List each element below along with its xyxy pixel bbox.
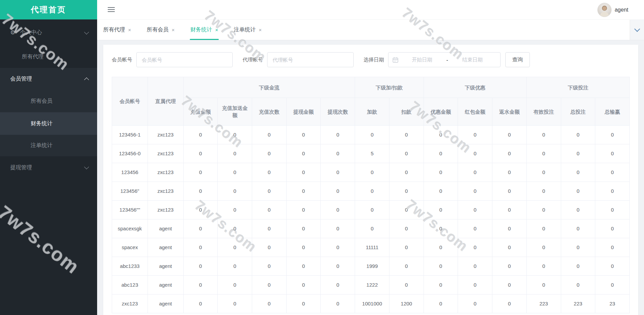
avatar-image	[598, 3, 611, 17]
table-cell: 0	[321, 276, 355, 295]
table-cell: 0	[458, 276, 492, 295]
table-cell: 0	[458, 295, 492, 313]
column-header: 有效投注	[526, 98, 561, 126]
table-cell: 0	[389, 126, 424, 144]
table-cell: 0	[218, 257, 252, 276]
hamburger-menu-icon[interactable]	[108, 7, 115, 13]
table-cell: 0	[561, 238, 595, 257]
table-cell: 0	[492, 238, 527, 257]
table-cell: 0	[526, 276, 561, 295]
table-cell: 223	[561, 295, 595, 313]
column-header: 红包金额	[458, 98, 492, 126]
column-group-header: 下级优惠	[424, 77, 526, 98]
table-cell: 0	[458, 126, 492, 144]
sidebar-item-all-agents[interactable]: 所有代理	[0, 46, 97, 68]
table-cell: 0	[286, 144, 321, 163]
chevron-down-icon	[634, 26, 640, 32]
column-header: 提现次数	[321, 98, 355, 126]
table-cell: 0	[286, 238, 321, 257]
tab-close-icon[interactable]: ×	[128, 27, 131, 32]
table-cell: 0	[183, 276, 218, 295]
tab-close-icon[interactable]: ×	[172, 27, 175, 32]
table-cell: 0	[595, 182, 630, 201]
table-row: abc1233agent0000019990000000	[112, 257, 630, 276]
table-cell: 0	[561, 126, 595, 144]
table-cell: abc123	[112, 276, 148, 295]
date-range-picker[interactable]: 开始日期 - 结束日期	[388, 52, 501, 67]
sidebar-item-label: 个人中心	[20, 29, 42, 36]
chevron-up-icon	[84, 77, 89, 82]
table-cell: abc1233	[112, 257, 148, 276]
table-cell: 0	[424, 144, 458, 163]
tab-all-agents[interactable]: 所有代理×	[103, 19, 131, 40]
tab-close-icon[interactable]: ×	[259, 27, 262, 32]
table-cell: 0	[321, 182, 355, 201]
member-account-input[interactable]	[136, 52, 233, 67]
table-cell: 0	[218, 201, 252, 219]
table-cell: 0	[321, 201, 355, 219]
tab-all-members[interactable]: 所有会员×	[147, 19, 175, 40]
sidebar-item-member-management[interactable]: 会员管理	[0, 68, 97, 90]
table-row: 123456""zxc1230000000000000	[112, 201, 630, 219]
tab-finance-stats[interactable]: 财务统计×	[190, 19, 218, 40]
table-cell: 0	[595, 276, 630, 295]
search-button[interactable]: 查询	[505, 52, 530, 67]
sidebar-item-withdraw-management[interactable]: 提现管理	[0, 156, 97, 179]
table-cell: 0	[252, 257, 287, 276]
tab-close-icon[interactable]: ×	[215, 27, 218, 32]
agent-account-input[interactable]	[267, 52, 354, 67]
table-cell: 11111	[355, 238, 389, 257]
tab-bar: 所有代理×所有会员×财务统计×注单统计×	[97, 19, 644, 40]
table-cell: 0	[595, 238, 630, 257]
column-header: 充值次数	[252, 98, 287, 126]
table-cell: 0	[458, 201, 492, 219]
sidebar-item-all-members[interactable]: 所有会员	[0, 90, 97, 112]
table-cell: 0	[252, 276, 287, 295]
tab-bet-stats[interactable]: 注单统计×	[234, 19, 262, 40]
sidebar-item-finance-stats[interactable]: 财务统计	[0, 112, 97, 135]
table-cell: 0	[218, 219, 252, 238]
chevron-down-icon	[84, 29, 89, 34]
table-cell: 0	[218, 295, 252, 313]
table-cell: 0	[389, 276, 424, 295]
table-cell: 0	[252, 219, 287, 238]
table-cell: 0	[561, 201, 595, 219]
table-cell: 0	[286, 295, 321, 313]
sidebar-item-label: 所有代理	[22, 53, 44, 60]
table-cell: 0	[218, 163, 252, 182]
column-header: 充值金额	[183, 98, 218, 126]
table-cell: 23	[595, 295, 630, 313]
column-header: 提现金额	[286, 98, 321, 126]
column-header: 优惠金额	[424, 98, 458, 126]
tab-list-dropdown-button[interactable]	[630, 19, 644, 40]
tab-label: 所有会员	[147, 26, 169, 33]
table-cell: 0	[252, 238, 287, 257]
table-cell: 0	[355, 219, 389, 238]
table-cell: 0	[389, 201, 424, 219]
sidebar-item-label: 所有会员	[31, 98, 52, 105]
table-cell: zxc123	[148, 126, 183, 144]
table-cell: 0	[424, 163, 458, 182]
sidebar-menu: ⚙个人中心所有代理会员管理所有会员财务统计注单统计提现管理	[0, 19, 97, 179]
table-cell: 0	[321, 163, 355, 182]
table-cell: 5	[355, 144, 389, 163]
user-menu[interactable]: agent	[597, 3, 628, 17]
table-cell: 0	[218, 182, 252, 201]
table-cell: 0	[492, 276, 527, 295]
table-cell: 0	[595, 257, 630, 276]
sidebar-item-label: 提现管理	[10, 164, 32, 171]
gear-icon: ⚙	[10, 29, 15, 36]
end-date-placeholder[interactable]: 结束日期	[449, 57, 496, 63]
sidebar-item-personal-center[interactable]: ⚙个人中心	[0, 19, 97, 46]
sidebar-item-bet-stats[interactable]: 注单统计	[0, 135, 97, 156]
table-row: 123456-0zxc1230000050000000	[112, 144, 630, 163]
table-cell: 0	[218, 276, 252, 295]
start-date-placeholder[interactable]: 开始日期	[398, 57, 446, 63]
table-cell: 0	[355, 201, 389, 219]
table-cell: 123456-0	[112, 144, 148, 163]
column-group-header: 下级投注	[526, 77, 629, 98]
table-cell: 0	[321, 126, 355, 144]
table-cell: 0	[286, 163, 321, 182]
tab-label: 所有代理	[103, 26, 125, 33]
table-cell: 123456	[112, 163, 148, 182]
